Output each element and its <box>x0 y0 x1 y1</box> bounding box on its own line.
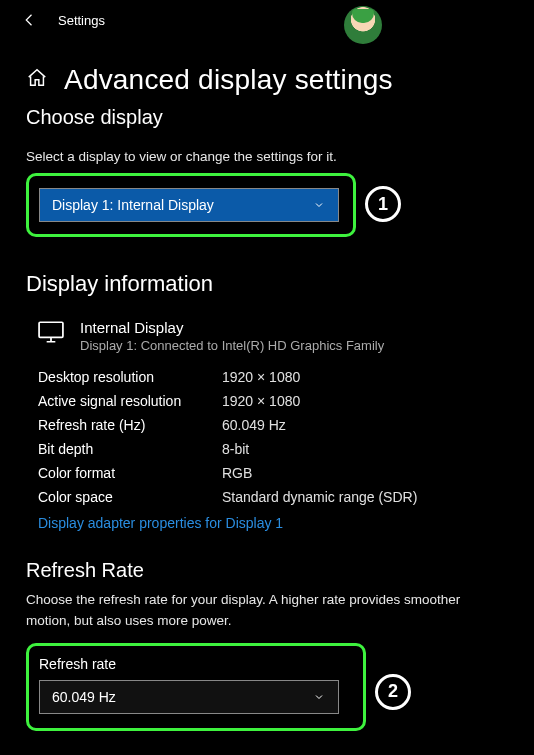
display-name: Internal Display <box>80 319 384 336</box>
display-identity: Internal Display Display 1: Connected to… <box>26 319 508 353</box>
spec-label: Color space <box>38 489 222 505</box>
spec-value: Standard dynamic range (SDR) <box>222 489 508 505</box>
display-adapter-link[interactable]: Display adapter properties for Display 1 <box>38 515 508 531</box>
callout-2: 2 <box>375 674 411 710</box>
display-select-value: Display 1: Internal Display <box>52 197 214 213</box>
choose-display-heading: Choose display <box>26 106 508 129</box>
spec-value: 60.049 Hz <box>222 417 508 433</box>
spec-value: 8-bit <box>222 441 508 457</box>
avatar <box>344 6 382 44</box>
chevron-down-icon <box>312 198 326 212</box>
back-button[interactable] <box>20 10 40 30</box>
page-title: Advanced display settings <box>64 64 393 96</box>
chevron-down-icon <box>312 690 326 704</box>
spec-label: Refresh rate (Hz) <box>38 417 222 433</box>
back-arrow-icon <box>21 11 39 29</box>
spec-label: Desktop resolution <box>38 369 222 385</box>
spec-grid: Desktop resolution 1920 × 1080 Active si… <box>38 369 508 505</box>
refresh-rate-heading: Refresh Rate <box>26 559 508 582</box>
spec-label: Color format <box>38 465 222 481</box>
spec-value: 1920 × 1080 <box>222 393 508 409</box>
refresh-rate-dropdown[interactable]: 60.049 Hz <box>39 680 339 714</box>
refresh-rate-subtext: Choose the refresh rate for your display… <box>26 590 508 631</box>
monitor-icon <box>38 321 66 347</box>
svg-rect-0 <box>39 323 63 338</box>
display-select-dropdown[interactable]: Display 1: Internal Display <box>39 188 339 222</box>
window-header: Settings <box>0 0 534 40</box>
spec-label: Active signal resolution <box>38 393 222 409</box>
header-title: Settings <box>58 13 105 28</box>
choose-display-subtext: Select a display to view or change the s… <box>26 147 508 167</box>
callout-1: 1 <box>365 186 401 222</box>
display-information-heading: Display information <box>26 271 508 297</box>
home-icon[interactable] <box>26 67 48 93</box>
refresh-rate-highlight: Refresh rate 60.049 Hz 2 <box>26 643 366 731</box>
refresh-rate-value: 60.049 Hz <box>52 689 116 705</box>
refresh-rate-label: Refresh rate <box>39 656 353 672</box>
display-select-highlight: Display 1: Internal Display 1 <box>26 173 356 237</box>
spec-value: 1920 × 1080 <box>222 369 508 385</box>
spec-label: Bit depth <box>38 441 222 457</box>
spec-value: RGB <box>222 465 508 481</box>
display-subtext: Display 1: Connected to Intel(R) HD Grap… <box>80 338 384 353</box>
